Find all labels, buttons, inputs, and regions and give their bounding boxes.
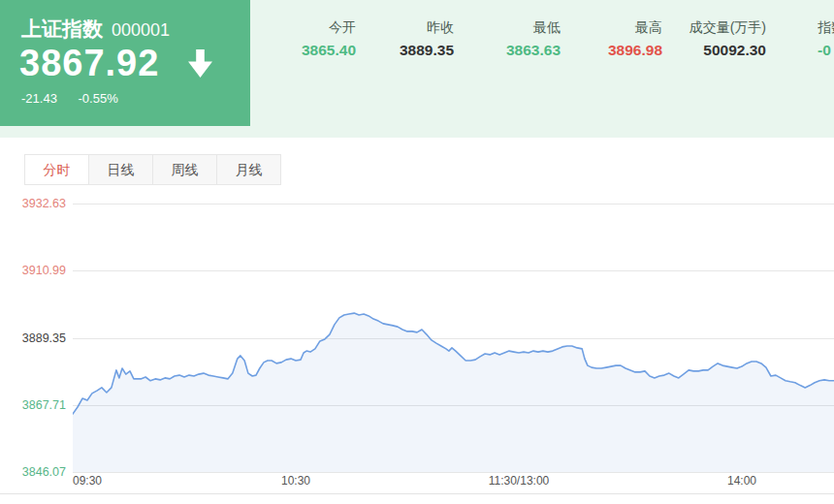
stat-column-5: 成交量(万手)50092.30 xyxy=(669,0,766,138)
index-summary-card: 上证指数000001 3867.92 -21.43 -0.55% xyxy=(0,0,250,126)
stat-column-2: 昨收3889.35 xyxy=(369,0,454,138)
y-axis-label: 3932.63 xyxy=(0,196,66,211)
index-code: 000001 xyxy=(112,20,170,40)
price-area-fill xyxy=(73,313,834,472)
stat-column-4: 最高3896.98 xyxy=(577,0,662,138)
tab-分时[interactable]: 分时 xyxy=(24,154,89,185)
period-tabs: 分时日线周线月线 xyxy=(24,154,281,185)
stat-value: 3863.63 xyxy=(475,42,561,59)
y-axis-label: 3846.07 xyxy=(0,464,66,480)
tab-月线[interactable]: 月线 xyxy=(216,154,281,185)
index-name: 上证指数 xyxy=(21,17,103,40)
tab-日线[interactable]: 日线 xyxy=(88,154,153,185)
stat-value: 3889.35 xyxy=(369,42,454,59)
stat-value: 3865.40 xyxy=(272,42,356,59)
panel-separator xyxy=(0,493,834,494)
stat-label: 昨收 xyxy=(369,19,454,37)
y-axis-label: 3867.71 xyxy=(0,397,66,413)
stat-value: -0 xyxy=(818,42,834,59)
index-change: -21.43 xyxy=(21,91,57,106)
index-title-row: 上证指数000001 xyxy=(21,16,170,43)
index-price-row: 3867.92 xyxy=(19,43,212,84)
stat-label: 今开 xyxy=(272,19,356,37)
stat-column-3: 最低3863.63 xyxy=(475,0,561,138)
stat-label: 最低 xyxy=(475,19,561,37)
stat-label: 指数 xyxy=(818,19,834,37)
index-change-pct: -0.55% xyxy=(79,91,118,106)
intraday-chart-canvas[interactable] xyxy=(73,194,834,480)
stat-column-1: 今开3865.40 xyxy=(272,0,356,138)
stat-column-6: 指数-0 xyxy=(818,0,834,138)
index-price: 3867.92 xyxy=(19,43,159,84)
y-axis-label: 3910.99 xyxy=(0,263,66,278)
stat-value: 3896.98 xyxy=(577,42,662,59)
stat-label: 成交量(万手) xyxy=(669,19,766,37)
stat-label: 最高 xyxy=(577,19,662,37)
index-change-row: -21.43 -0.55% xyxy=(21,91,118,106)
stat-value: 50092.30 xyxy=(669,42,766,59)
y-axis-label: 3889.35 xyxy=(0,331,66,346)
down-arrow-icon xyxy=(188,49,212,81)
stock-index-page: 今开3865.40昨收3889.35最低3863.63最高3896.98成交量(… xyxy=(0,0,834,504)
tab-周线[interactable]: 周线 xyxy=(152,154,217,185)
